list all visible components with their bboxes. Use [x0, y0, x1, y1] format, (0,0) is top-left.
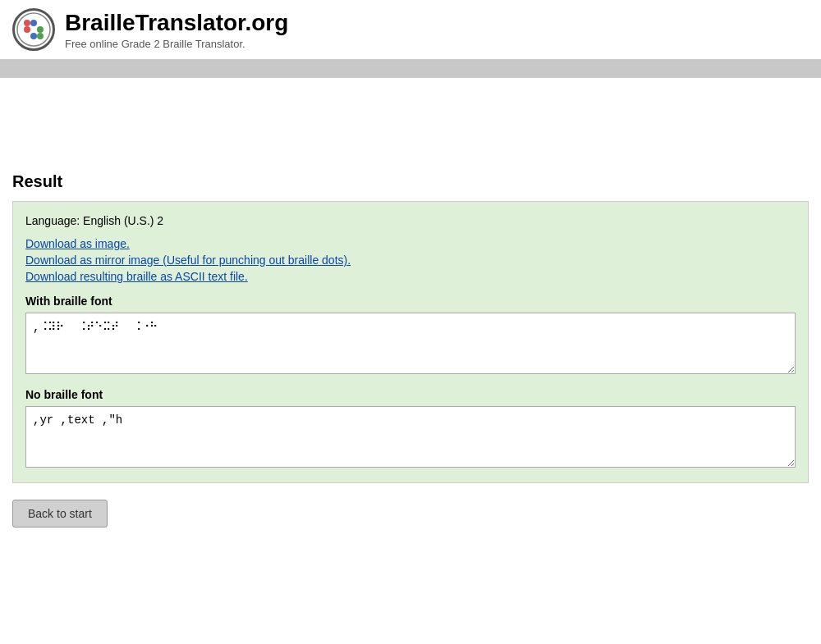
site-header: BrailleTranslator.org Free online Grade … — [0, 0, 821, 60]
download-links: Download as image. Download as mirror im… — [25, 237, 796, 283]
header-text: BrailleTranslator.org Free online Grade … — [65, 9, 288, 51]
no-braille-font-label: No braille font — [25, 388, 796, 401]
braille-font-textarea[interactable]: ,⠨⠽⠗ ⠨⠞⠑⠭⠞ ⠨⠐⠓ — [25, 313, 796, 374]
svg-point-5 — [37, 26, 44, 33]
site-subtitle: Free online Grade 2 Braille Translator. — [65, 38, 288, 50]
svg-point-2 — [24, 26, 30, 33]
language-info: Language: English (U.S.) 2 — [25, 214, 796, 227]
site-title: BrailleTranslator.org — [65, 9, 288, 37]
nav-bar — [0, 60, 821, 78]
no-braille-font-textarea[interactable] — [25, 406, 796, 468]
braille-font-label: With braille font — [25, 295, 796, 308]
download-image-link[interactable]: Download as image. — [25, 237, 796, 250]
svg-point-3 — [30, 20, 37, 26]
svg-point-1 — [24, 20, 30, 26]
ad-area — [0, 78, 821, 160]
svg-point-6 — [37, 33, 44, 39]
back-to-start-button[interactable]: Back to start — [12, 500, 108, 528]
download-mirror-link[interactable]: Download as mirror image (Useful for pun… — [25, 253, 796, 267]
result-heading: Result — [12, 172, 809, 191]
main-content: Result Language: English (U.S.) 2 Downlo… — [0, 160, 821, 544]
result-box: Language: English (U.S.) 2 Download as i… — [12, 201, 809, 483]
svg-point-0 — [17, 13, 50, 46]
download-ascii-link[interactable]: Download resulting braille as ASCII text… — [25, 270, 796, 283]
svg-point-4 — [30, 33, 37, 39]
site-logo — [12, 8, 55, 51]
